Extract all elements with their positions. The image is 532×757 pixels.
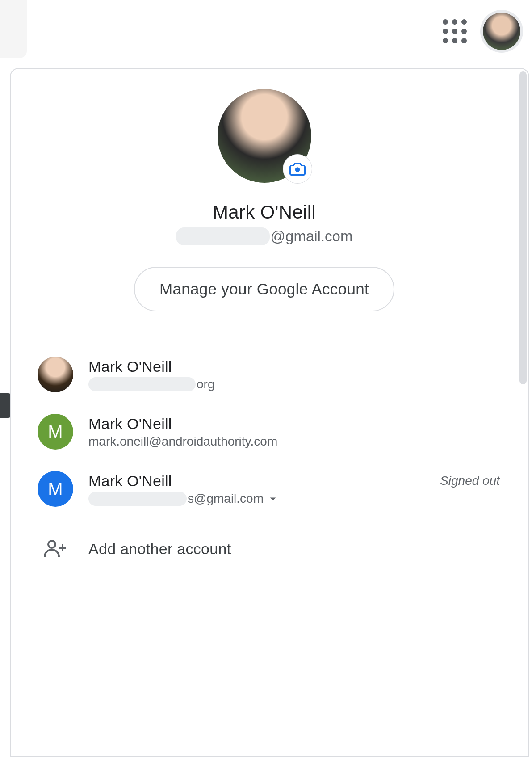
svg-point-1 xyxy=(48,541,55,548)
account-row[interactable]: M Mark O'Neill mark.oneill@androidauthor… xyxy=(11,403,518,460)
other-accounts-list: Mark O'Neill org M Mark O'Neill mark.one… xyxy=(11,334,518,592)
scrollbar[interactable] xyxy=(519,71,527,384)
redacted-email-prefix xyxy=(176,227,270,245)
apps-grid-icon[interactable] xyxy=(443,19,467,43)
email-suffix: org xyxy=(197,377,214,391)
current-account-name: Mark O'Neill xyxy=(213,202,316,223)
add-account-button[interactable]: Add another account xyxy=(11,517,518,580)
account-email: mark.oneill@androidauthority.com xyxy=(88,434,277,449)
account-email: org xyxy=(88,377,500,391)
account-switcher-panel: Mark O'Neill @gmail.com Manage your Goog… xyxy=(10,68,529,757)
current-account-email: @gmail.com xyxy=(176,227,353,245)
profile-avatar-wrap xyxy=(218,89,311,183)
add-account-label: Add another account xyxy=(88,540,231,558)
account-email: s@gmail.com xyxy=(88,492,425,506)
account-name: Mark O'Neill xyxy=(88,358,500,375)
person-add-icon xyxy=(44,539,67,558)
change-photo-button[interactable] xyxy=(283,154,312,184)
account-name: Mark O'Neill xyxy=(88,472,425,490)
chevron-down-icon xyxy=(266,492,280,505)
email-suffix: @gmail.com xyxy=(271,228,353,245)
manage-account-button[interactable]: Manage your Google Account xyxy=(134,267,394,311)
current-account-section: Mark O'Neill @gmail.com Manage your Goog… xyxy=(11,69,518,334)
account-row[interactable]: Mark O'Neill org xyxy=(11,346,518,403)
account-avatar: M xyxy=(38,414,73,450)
camera-icon xyxy=(289,162,306,176)
redacted-email-prefix xyxy=(88,492,187,506)
redacted-email-prefix xyxy=(88,377,196,391)
account-name: Mark O'Neill xyxy=(88,415,500,433)
svg-point-0 xyxy=(295,167,300,172)
account-row[interactable]: M Mark O'Neill s@gmail.com Signed out xyxy=(11,460,518,517)
email-suffix: s@gmail.com xyxy=(188,492,264,506)
account-avatar-button[interactable] xyxy=(480,10,523,53)
top-bar xyxy=(0,0,532,63)
account-status: Signed out xyxy=(440,471,500,488)
avatar-image xyxy=(483,13,520,50)
corner-decor xyxy=(0,0,27,58)
account-avatar: M xyxy=(38,471,73,507)
account-avatar xyxy=(38,357,73,392)
